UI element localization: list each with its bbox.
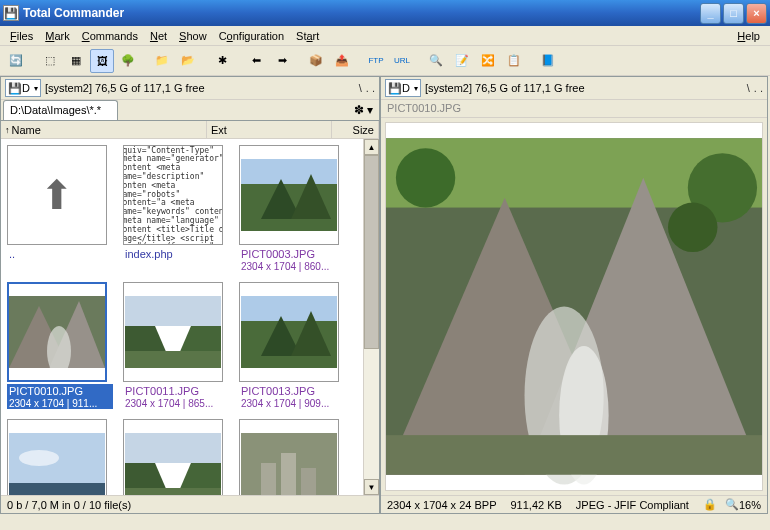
thumbnail-name: index.php (123, 247, 229, 261)
titlebar: 💾 Total Commander _ □ × (0, 0, 770, 26)
invert-icon[interactable]: 📁 (150, 49, 174, 73)
free-space-label: [system2] 76,5 G of 117,1 G free (45, 82, 205, 94)
left-drivebar: 💾 D▾ [system2] 76,5 G of 117,1 G free \ … (1, 77, 379, 100)
left-panel: 💾 D▾ [system2] 76,5 G of 117,1 G free \ … (0, 76, 380, 514)
scroll-thumb[interactable] (364, 155, 379, 349)
svg-point-18 (19, 450, 59, 466)
thumbnail-item[interactable] (7, 419, 113, 495)
thumbnail-item[interactable]: PICT0011.JPG2304 x 1704 | 865... (123, 282, 229, 409)
star-icon[interactable]: ✱ (210, 49, 234, 73)
thumbnail-dims: 2304 x 1704 | 865... (123, 398, 229, 409)
right-statusbar: 2304 x 1704 x 24 BPP 911,42 KB JPEG - JF… (381, 495, 767, 513)
root-button[interactable]: \ (359, 82, 362, 94)
copy-names-icon[interactable]: 📋 (502, 49, 526, 73)
drive-selector[interactable]: 💾 D▾ (5, 79, 41, 97)
thumbnail-image (7, 282, 107, 382)
thumbnail-dims: 2304 x 1704 | 909... (239, 398, 345, 409)
svg-rect-11 (125, 351, 221, 368)
svg-point-33 (396, 148, 455, 207)
drive-selector[interactable]: 💾 D▾ (385, 79, 421, 97)
menu-mark[interactable]: Mark (39, 28, 75, 44)
scrollbar[interactable]: ▲ ▼ (363, 139, 379, 495)
thumbnail-image (7, 419, 107, 495)
thumbnail-image (239, 282, 339, 382)
thumbnail-item[interactable]: PICT0013.JPG2304 x 1704 | 909... (239, 282, 345, 409)
minimize-button[interactable]: _ (700, 3, 721, 24)
zoom-icon[interactable]: 🔍 (725, 498, 739, 511)
thumbnail-item[interactable] (123, 419, 229, 495)
sync-icon[interactable]: 🔀 (476, 49, 500, 73)
left-statusbar: 0 b / 7,0 M in 0 / 10 file(s) (1, 495, 379, 513)
col-size[interactable]: Size (332, 121, 379, 138)
favorites-button[interactable]: ✽ ▾ (348, 103, 379, 117)
zoom-level: 16% (739, 499, 761, 511)
svg-rect-0 (241, 159, 337, 184)
left-tab[interactable]: D:\Data\Images\*.* (3, 100, 118, 120)
svg-rect-26 (301, 468, 316, 495)
menu-help[interactable]: Help (731, 28, 766, 44)
menu-files[interactable]: Files (4, 28, 39, 44)
maximize-button[interactable]: □ (723, 3, 744, 24)
thumbnail-item[interactable]: PICT0003.JPG2304 x 1704 | 860... (239, 145, 345, 272)
close-button[interactable]: × (746, 3, 767, 24)
thumbnail-dims: 2304 x 1704 | 860... (239, 261, 345, 272)
right-drivebar: 💾 D▾ [system2] 76,5 G of 117,1 G free \ … (381, 77, 767, 100)
svg-rect-19 (125, 433, 221, 463)
forward-icon[interactable]: ➡ (270, 49, 294, 73)
parent-button[interactable]: . . (754, 82, 763, 94)
view-thumbs-icon[interactable]: 🖼 (90, 49, 114, 73)
thumbnail-item[interactable]: ⬆.. (7, 145, 113, 272)
menu-configuration[interactable]: Configuration (213, 28, 290, 44)
menu-commands[interactable]: Commands (76, 28, 144, 44)
thumbnail-grid[interactable]: ⬆..<!DOCTYPE HTML PUBLIC "-//W <html><he… (1, 139, 363, 495)
pack-icon[interactable]: 📦 (304, 49, 328, 73)
thumbnail-image (123, 419, 223, 495)
thumbnail-name: PICT0013.JPG (239, 384, 345, 398)
svg-rect-17 (9, 483, 105, 495)
multirename-icon[interactable]: 📝 (450, 49, 474, 73)
image-preview[interactable] (385, 122, 763, 491)
menubar: Files Mark Commands Net Show Configurati… (0, 26, 770, 46)
scroll-up-icon[interactable]: ▲ (364, 139, 379, 155)
root-button[interactable]: \ (747, 82, 750, 94)
image-dims: 2304 x 1704 x 24 BPP (387, 499, 496, 511)
svg-rect-22 (125, 488, 221, 495)
view-brief-icon[interactable]: ⬚ (38, 49, 62, 73)
thumbnail-name: PICT0010.JPG (7, 384, 113, 398)
thumbnail-image (123, 282, 223, 382)
thumbnail-name: PICT0011.JPG (123, 384, 229, 398)
toolbar: 🔄 ⬚ ▦ 🖼 🌳 📁 📂 ✱ ⬅ ➡ 📦 📤 FTP URL 🔍 📝 🔀 📋 … (0, 46, 770, 76)
col-ext[interactable]: Ext (207, 121, 332, 138)
url-icon[interactable]: URL (390, 49, 414, 73)
menu-show[interactable]: Show (173, 28, 213, 44)
unpack-icon[interactable]: 📤 (330, 49, 354, 73)
ftp-icon[interactable]: FTP (364, 49, 388, 73)
svg-rect-12 (241, 296, 337, 321)
col-name[interactable]: ↑Name (1, 121, 207, 138)
lock-icon: 🔒 (703, 498, 717, 511)
svg-point-35 (668, 203, 717, 252)
svg-rect-25 (281, 453, 296, 495)
back-icon[interactable]: ⬅ (244, 49, 268, 73)
right-panel: 💾 D▾ [system2] 76,5 G of 117,1 G free \ … (380, 76, 768, 514)
selection-status: 0 b / 7,0 M in 0 / 10 file(s) (7, 499, 373, 511)
search-icon[interactable]: 🔍 (424, 49, 448, 73)
parent-button[interactable]: . . (366, 82, 375, 94)
thumbnail-item[interactable]: PICT0010.JPG2304 x 1704 | 911... (7, 282, 113, 409)
view-full-icon[interactable]: ▦ (64, 49, 88, 73)
thumbnail-image: ⬆ (7, 145, 107, 245)
scroll-down-icon[interactable]: ▼ (364, 479, 379, 495)
svg-rect-36 (386, 435, 762, 475)
notepad-icon[interactable]: 📘 (536, 49, 560, 73)
menu-start[interactable]: Start (290, 28, 325, 44)
svg-rect-8 (125, 296, 221, 326)
view-tree-icon[interactable]: 🌳 (116, 49, 140, 73)
menu-net[interactable]: Net (144, 28, 173, 44)
swap-icon[interactable]: 📂 (176, 49, 200, 73)
thumbnail-item[interactable]: <!DOCTYPE HTML PUBLIC "-//W <html><head>… (123, 145, 229, 272)
thumbnail-item[interactable] (239, 419, 345, 495)
thumbnail-name: .. (7, 247, 113, 261)
image-format: JPEG - JFIF Compliant (576, 499, 689, 511)
window-title: Total Commander (23, 6, 700, 20)
refresh-icon[interactable]: 🔄 (4, 49, 28, 73)
